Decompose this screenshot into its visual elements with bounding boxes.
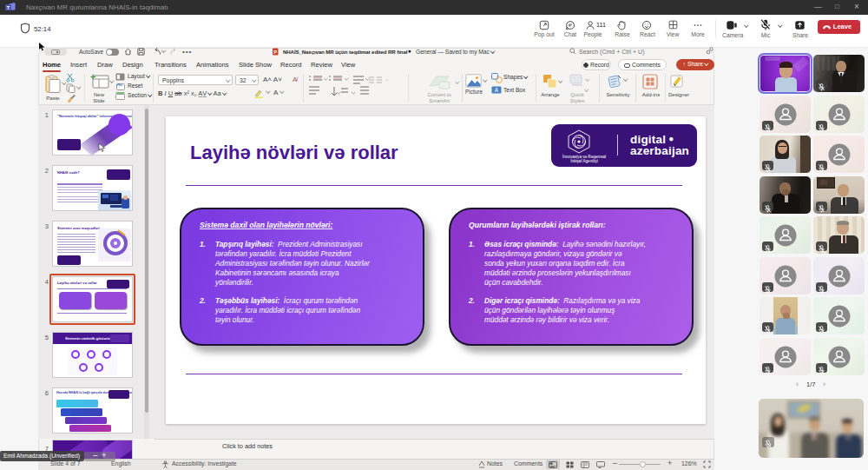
svg-text:A: A bbox=[495, 87, 499, 93]
svg-text:P: P bbox=[273, 50, 277, 55]
